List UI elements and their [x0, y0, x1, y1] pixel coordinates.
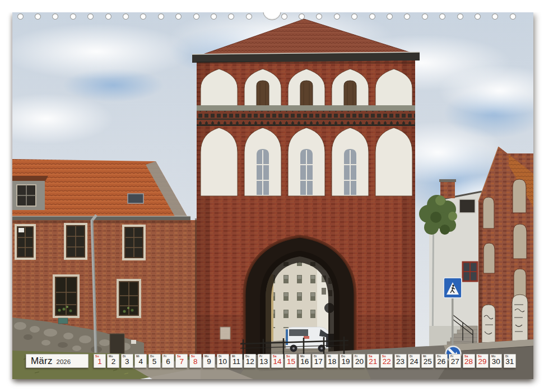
day-cell: Fr 20: [353, 354, 365, 368]
weekday-abbr: Mi: [328, 355, 331, 358]
day-cell: Sa 14: [271, 354, 283, 368]
attic-window: [459, 199, 475, 213]
weekday-abbr: Di: [123, 355, 125, 358]
day-number: 16: [300, 358, 309, 367]
day-cell: Fr 27: [449, 354, 461, 368]
day-number: 17: [314, 358, 323, 367]
day-number: 13: [259, 358, 268, 367]
brick-gable-house: [478, 147, 533, 372]
day-cell: Do 26: [435, 354, 448, 368]
weekday-abbr: Di: [218, 355, 221, 358]
day-cells: So 1 Mo 2 Di 3 Mi 4 Do 5 Fr 6: [94, 354, 516, 368]
day-number: 21: [369, 358, 377, 367]
day-number: 29: [478, 358, 486, 367]
basement-door: [110, 334, 124, 354]
day-number: 10: [218, 358, 227, 367]
day-number: 9: [207, 358, 211, 367]
day-number: 22: [383, 358, 391, 367]
day-cell: So 22: [380, 354, 393, 368]
day-number: 30: [492, 358, 500, 367]
wall-plaque: [58, 318, 68, 324]
day-cell: Do 19: [340, 354, 352, 368]
day-cell: So 15: [285, 354, 297, 368]
weekday-abbr: Mo: [300, 355, 305, 358]
day-number: 15: [287, 358, 295, 367]
day-cell: Fr 13: [258, 354, 270, 368]
ornament-frieze: [197, 111, 415, 125]
day-cell: Di 10: [217, 354, 229, 368]
day-cell: Do 12: [244, 354, 256, 368]
weekday-abbr: So: [478, 355, 482, 358]
weekday-abbr: So: [286, 355, 290, 358]
weekday-abbr: Di: [410, 355, 412, 358]
day-number: 27: [451, 358, 459, 367]
day-cell: Di 3: [121, 354, 133, 368]
weekday-abbr: Fr: [164, 355, 166, 358]
weekday-abbr: Do: [245, 355, 249, 358]
day-number: 23: [396, 358, 404, 367]
day-cell: Do 5: [148, 354, 161, 368]
year-label: 2026: [57, 357, 71, 365]
day-number: 11: [233, 358, 240, 367]
day-number: 28: [464, 358, 473, 367]
day-number: 14: [273, 358, 282, 367]
weekday-abbr: Mo: [491, 355, 496, 358]
day-cell: Mo 2: [107, 354, 119, 368]
day-number: 20: [355, 358, 364, 367]
weekday-abbr: Sa: [273, 355, 276, 358]
day-cell: Sa 21: [367, 354, 379, 368]
day-number: 19: [342, 358, 350, 367]
weekday-abbr: Fr: [355, 355, 357, 358]
weekday-abbr: Do: [150, 355, 154, 358]
day-cell: Mi 18: [326, 354, 338, 368]
day-number: 1: [97, 358, 102, 367]
chimney: [440, 180, 455, 198]
weekday-abbr: Mi: [423, 355, 426, 358]
weekday-abbr: So: [95, 355, 99, 358]
day-cell: Fr 6: [162, 354, 174, 368]
calendar-sheet: März 2026 So 1 Mo 2 Di 3 Mi 4 Do 5: [0, 0, 544, 392]
weekday-abbr: Sa: [369, 355, 372, 358]
weekday-abbr: Mi: [136, 355, 140, 358]
day-cell: Sa 28: [463, 354, 475, 368]
day-cell: Di 17: [312, 354, 324, 368]
day-number: 31: [505, 358, 514, 367]
day-cell: Mo 9: [203, 354, 215, 368]
day-cell: Sa 7: [175, 354, 188, 368]
day-number: 8: [193, 358, 198, 367]
weekday-abbr: Do: [437, 355, 441, 358]
month-label: März 2026: [26, 354, 89, 368]
day-cell: Mi 25: [421, 354, 434, 368]
gate-tower: [192, 19, 420, 358]
weekday-abbr: Fr: [450, 355, 453, 358]
left-window-row-upper: [15, 223, 146, 260]
day-number: 5: [152, 358, 157, 367]
weekday-abbr: Di: [314, 355, 317, 358]
weekday-abbr: Mo: [204, 355, 209, 358]
left-building: [12, 159, 197, 357]
sill-band: [197, 105, 415, 111]
month-name: März: [31, 354, 53, 368]
day-cell: So 8: [189, 354, 202, 368]
day-number: 6: [166, 358, 170, 367]
day-number: 3: [125, 358, 129, 367]
day-number: 7: [180, 358, 184, 367]
weekday-abbr: So: [191, 355, 195, 358]
weekday-abbr: Mo: [396, 355, 401, 358]
day-number: 26: [437, 358, 445, 367]
day-cell: Mi 4: [134, 354, 147, 368]
day-cell: Mo 23: [394, 354, 407, 368]
day-cell: So 29: [476, 354, 489, 368]
weekday-abbr: Mi: [232, 355, 235, 358]
day-cell: So 1: [94, 354, 106, 368]
day-cell: Mo 30: [490, 354, 502, 368]
day-number: 4: [138, 358, 143, 367]
day-cell: Mi 11: [230, 354, 243, 368]
weekday-abbr: Di: [505, 355, 508, 358]
sheet-top-margin: [0, 0, 544, 12]
day-number: 25: [424, 358, 432, 367]
weekday-abbr: Fr: [259, 355, 262, 358]
day-number: 18: [328, 358, 336, 367]
day-cell: Di 31: [504, 354, 516, 368]
weekday-abbr: So: [382, 355, 386, 358]
